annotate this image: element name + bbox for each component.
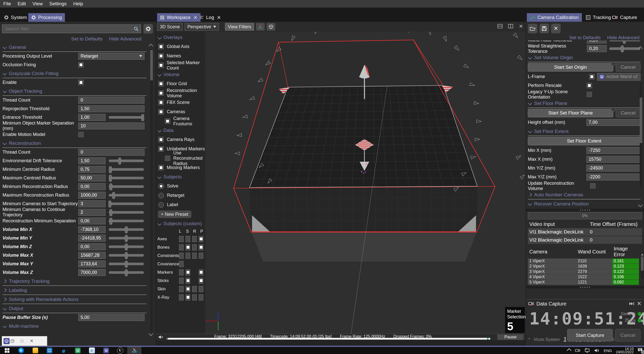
environmental-drift-slider[interactable] <box>109 159 144 162</box>
volume-max-y-input[interactable]: 1733,64 <box>78 261 106 267</box>
taskbar-shogun-post[interactable] <box>71 347 85 354</box>
entrance-threshold-slider[interactable] <box>109 116 144 119</box>
scene-type-button[interactable]: 3D Scene <box>157 23 183 31</box>
timeline-scrubber[interactable] <box>167 338 490 340</box>
wand-straightness-slider[interactable] <box>609 47 640 50</box>
min-yz-input[interactable]: -24500 <box>586 165 640 172</box>
checkbox[interactable] <box>186 253 190 259</box>
min-centroid-radius-input[interactable]: 0,75 <box>78 166 106 173</box>
checkbox[interactable] <box>158 81 164 86</box>
tab-camera-calibration[interactable]: Camera Calibration <box>527 13 582 22</box>
wand-straightness-input[interactable]: 0,20 <box>587 45 607 52</box>
start-capture-button[interactable]: Start Capture <box>567 329 613 341</box>
checkbox[interactable] <box>179 236 184 242</box>
table-row[interactable]: 3 ViperX22790.122 <box>528 269 639 274</box>
hide-advanced-link[interactable]: Hide Advanced <box>109 36 141 42</box>
l-frame-checkbox[interactable] <box>589 74 595 79</box>
min-object-marker-separation-input[interactable]: 10 <box>78 123 144 129</box>
checkbox[interactable] <box>192 244 197 250</box>
checkbox[interactable] <box>199 269 203 275</box>
max-reconstruction-radius-slider[interactable] <box>109 194 144 197</box>
notification-center[interactable]: 2 <box>638 348 642 353</box>
checkbox[interactable] <box>158 146 164 152</box>
table-row[interactable]: VI2 Blackmagic DeckLink0 <box>528 236 642 244</box>
volume-max-x-input[interactable]: 15687,28 <box>78 252 106 259</box>
tray-expand-icon[interactable] <box>567 348 572 353</box>
tray-camera-icon[interactable] <box>575 348 580 353</box>
close-view-icon[interactable]: ✕ <box>519 23 523 29</box>
thread-count-input[interactable]: 0 <box>78 149 144 156</box>
checkbox[interactable] <box>199 236 203 242</box>
taskbar-shogun-live[interactable] <box>99 347 113 354</box>
reconstruction-min-separation-slider[interactable] <box>109 220 144 222</box>
radio[interactable] <box>158 202 164 208</box>
section-trajectory-tracking[interactable]: Trajectory Tracking <box>3 277 146 286</box>
checkbox[interactable] <box>186 244 190 250</box>
checkbox[interactable] <box>179 286 184 292</box>
checkbox[interactable] <box>179 278 184 284</box>
split-horizontal-icon[interactable] <box>498 24 503 29</box>
checkbox[interactable] <box>158 53 164 59</box>
taskbar-file-explorer[interactable] <box>28 347 42 354</box>
left-panel-scrollbar[interactable] <box>150 49 153 332</box>
max-centroid-radius-input[interactable]: 50,00 <box>78 175 106 181</box>
max-reconstruction-radius-input[interactable]: 1000,00 <box>78 192 106 199</box>
taskbar-snipping-tool[interactable] <box>127 347 141 354</box>
wand-ratio-slider[interactable] <box>609 40 640 41</box>
checkbox[interactable] <box>186 294 190 300</box>
checkbox[interactable] <box>158 165 164 170</box>
max-x-input[interactable]: 15750 <box>586 156 640 163</box>
checkbox[interactable] <box>192 253 197 259</box>
volume-max-x-slider[interactable] <box>109 254 144 257</box>
table-row[interactable]: 4 ViperX15220.106 <box>528 274 639 280</box>
scrollbar-thumb[interactable] <box>150 50 153 80</box>
checkbox[interactable] <box>158 44 164 49</box>
tab-capture[interactable]: Capture <box>609 13 640 22</box>
volume-min-x-input[interactable]: -7368,10 <box>78 226 106 233</box>
checkbox[interactable] <box>186 236 190 242</box>
scrollbar-thumb[interactable] <box>641 256 643 271</box>
thread-count-input[interactable]: 0 <box>78 97 144 104</box>
checkbox[interactable] <box>199 253 203 259</box>
min-cameras-continue-slider[interactable] <box>109 211 144 214</box>
radio[interactable] <box>158 193 164 198</box>
cancel-capture-button[interactable]: Cancel <box>615 329 640 341</box>
start-set-origin-button[interactable]: Start Set Origin <box>528 63 613 72</box>
taskbar-internet-explorer[interactable]: e <box>57 347 71 354</box>
hide-advanced-link[interactable]: Hide Advanced <box>607 35 639 40</box>
close-icon[interactable]: ✕ <box>217 15 221 20</box>
section-reconstruction[interactable]: Reconstruction <box>3 139 146 148</box>
volume-max-y-slider[interactable] <box>109 263 144 265</box>
section-general[interactable]: General <box>3 43 146 52</box>
volume-min-z-slider[interactable] <box>109 245 144 248</box>
section-grayscale-circle-fitting[interactable]: Grayscale Circle Fitting <box>3 69 146 78</box>
checkbox[interactable] <box>158 137 164 142</box>
load-calibration-button[interactable] <box>528 24 537 33</box>
checkbox[interactable] <box>192 236 197 242</box>
legacy-yup-checkbox[interactable] <box>587 92 592 97</box>
reconstruction-min-separation-input[interactable]: 0,00 <box>78 218 106 224</box>
section-recover-camera-position[interactable]: Recover Camera Position <box>528 199 640 208</box>
checkbox[interactable] <box>179 244 184 250</box>
enable-checkbox[interactable] <box>78 80 84 85</box>
volume-min-y-input[interactable]: -24418,95 <box>78 235 106 242</box>
section-data[interactable]: Data <box>157 126 205 135</box>
taskbar-unreal[interactable]: U <box>113 347 127 354</box>
menu-settings[interactable]: Settings <box>46 1 70 7</box>
panel-splitter[interactable] <box>526 286 644 289</box>
section-auto-number-cameras[interactable]: Auto Number Cameras <box>528 190 640 199</box>
perform-rescale-checkbox[interactable] <box>587 83 592 88</box>
checkbox[interactable] <box>158 90 164 96</box>
set-to-defaults-link[interactable]: Set to Defaults <box>71 36 103 42</box>
clear-calibration-button[interactable]: ✕ <box>551 24 561 33</box>
cancel-floor-plane-button[interactable]: Cancel <box>616 109 640 117</box>
reprojection-threshold-input[interactable]: 1,50 <box>78 105 144 112</box>
checkbox[interactable] <box>179 253 184 259</box>
checkbox[interactable] <box>199 244 203 250</box>
new-preset-button[interactable]: + New Preset <box>158 210 191 218</box>
menu-help[interactable]: Help <box>70 1 86 7</box>
projection-dropdown[interactable]: Perspective <box>185 23 219 31</box>
taskbar-clock[interactable]: 14:10 24/01/2022 <box>616 347 634 354</box>
maximize-icon[interactable]: □ <box>21 339 23 344</box>
min-cameras-start-slider[interactable] <box>109 202 144 205</box>
